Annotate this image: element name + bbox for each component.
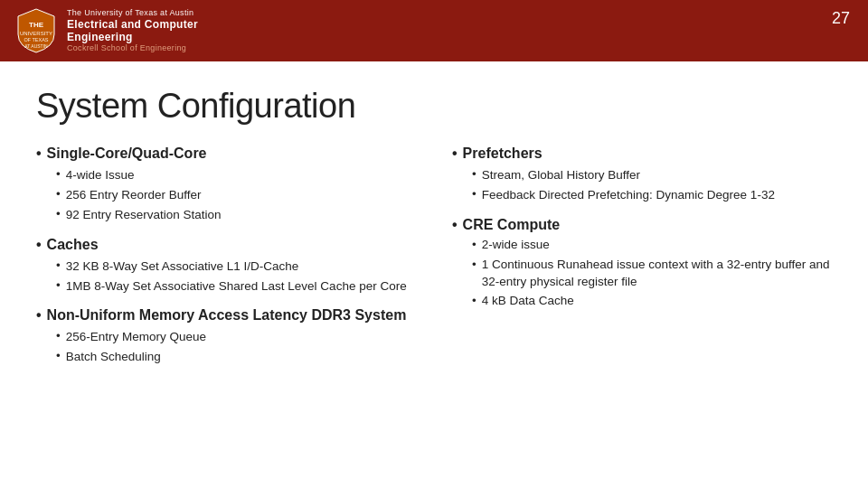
item-text: 32 KB 8-Way Set Associative L1 I/D-Cache xyxy=(66,258,299,276)
list-item: 1MB 8-Way Set Associative Shared Last Le… xyxy=(56,278,416,296)
header-bar: THE UNIVERSITY OF TEXAS AT AUSTIN The Un… xyxy=(0,0,868,61)
list-item: 256-Entry Memory Queue xyxy=(56,329,416,346)
ut-shield-icon: THE UNIVERSITY OF TEXAS AT AUSTIN xyxy=(14,7,58,54)
svg-text:AT AUSTIN: AT AUSTIN xyxy=(24,43,48,49)
right-column: Prefetchers Stream, Global History Buffe… xyxy=(452,145,832,379)
prefetchers-items: Stream, Global History Buffer Feedback D… xyxy=(472,167,832,204)
cre-header: CRE Compute xyxy=(452,217,832,233)
memory-header: Non-Uniform Memory Access Latency DDR3 S… xyxy=(36,307,416,324)
slide-title: System Configuration xyxy=(36,87,832,126)
university-name: The University of Texas at Austin xyxy=(67,8,198,18)
cre-label: CRE Compute xyxy=(463,217,561,233)
item-text: 1MB 8-Way Set Associative Shared Last Le… xyxy=(66,278,407,296)
item-text: Stream, Global History Buffer xyxy=(482,167,640,184)
slide-number: 27 xyxy=(832,9,850,28)
section-prefetchers: Prefetchers Stream, Global History Buffe… xyxy=(452,145,832,204)
logo-text: The University of Texas at Austin Electr… xyxy=(67,8,198,53)
section-single-core: Single-Core/Quad-Core 4-wide Issue 256 E… xyxy=(36,145,416,224)
slide-content: System Configuration Single-Core/Quad-Co… xyxy=(0,61,868,397)
list-item: 92 Entry Reservation Station xyxy=(56,207,416,224)
caches-items: 32 KB 8-Way Set Associative L1 I/D-Cache… xyxy=(56,258,416,296)
memory-label: Non-Uniform Memory Access Latency DDR3 S… xyxy=(47,307,407,324)
single-core-label: Single-Core/Quad-Core xyxy=(47,145,207,162)
cre-items: 2-wide issue 1 Continuous Runahead issue… xyxy=(472,237,832,311)
item-text: Feedback Directed Prefetching: Dynamic D… xyxy=(482,187,775,204)
list-item: Batch Scheduling xyxy=(56,349,416,366)
item-text: 92 Entry Reservation Station xyxy=(66,207,222,224)
left-column: Single-Core/Quad-Core 4-wide Issue 256 E… xyxy=(36,145,416,379)
list-item: 2-wide issue xyxy=(472,237,832,254)
prefetchers-label: Prefetchers xyxy=(463,145,542,162)
list-item: 4 kB Data Cache xyxy=(472,293,832,310)
item-text: 1 Continuous Runahead issue context with… xyxy=(482,257,832,291)
list-item: 32 KB 8-Way Set Associative L1 I/D-Cache xyxy=(56,258,416,276)
prefetchers-header: Prefetchers xyxy=(452,145,832,162)
section-caches: Caches 32 KB 8-Way Set Associative L1 I/… xyxy=(36,237,416,296)
item-text: 4 kB Data Cache xyxy=(482,293,574,310)
svg-text:THE: THE xyxy=(29,21,44,29)
section-cre: CRE Compute 2-wide issue 1 Continuous Ru… xyxy=(452,217,832,311)
single-core-items: 4-wide Issue 256 Entry Reorder Buffer 92… xyxy=(56,167,416,224)
item-text: Batch Scheduling xyxy=(66,349,161,366)
logo-area: THE UNIVERSITY OF TEXAS AT AUSTIN The Un… xyxy=(14,7,198,54)
department-name-2: Engineering xyxy=(67,31,198,43)
school-name: Cockrell School of Engineering xyxy=(67,43,198,53)
item-text: 256 Entry Reorder Buffer xyxy=(66,187,202,204)
item-text: 256-Entry Memory Queue xyxy=(66,329,206,346)
section-memory: Non-Uniform Memory Access Latency DDR3 S… xyxy=(36,307,416,366)
caches-label: Caches xyxy=(47,237,99,253)
item-text: 2-wide issue xyxy=(482,237,550,254)
svg-text:UNIVERSITY: UNIVERSITY xyxy=(20,31,52,36)
memory-items: 256-Entry Memory Queue Batch Scheduling xyxy=(56,329,416,366)
list-item: 1 Continuous Runahead issue context with… xyxy=(472,257,832,291)
list-item: 256 Entry Reorder Buffer xyxy=(56,187,416,204)
list-item: 4-wide Issue xyxy=(56,167,416,184)
caches-header: Caches xyxy=(36,237,416,253)
svg-text:OF TEXAS: OF TEXAS xyxy=(24,37,48,42)
list-item: Feedback Directed Prefetching: Dynamic D… xyxy=(472,187,832,204)
two-column-layout: Single-Core/Quad-Core 4-wide Issue 256 E… xyxy=(36,145,832,379)
list-item: Stream, Global History Buffer xyxy=(472,167,832,184)
department-name-1: Electrical and Computer xyxy=(67,18,198,31)
item-text: 4-wide Issue xyxy=(66,167,135,184)
single-core-header: Single-Core/Quad-Core xyxy=(36,145,416,162)
